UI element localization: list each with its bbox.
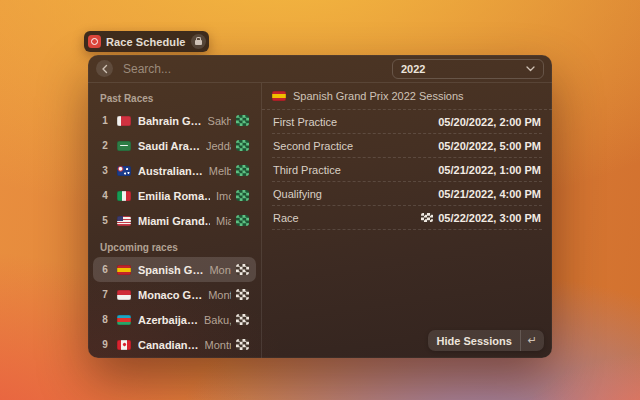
flag-monaco-icon <box>117 290 131 300</box>
search-bar: 2022 <box>88 55 552 82</box>
race-list-item-spain-selected[interactable]: 6 Spanish G… Montmeló,… <box>93 257 256 282</box>
section-header-upcoming: Upcoming races <box>100 242 249 253</box>
race-list-item-canada[interactable]: 9 Canadian… Montreal, C… <box>93 332 256 357</box>
checkered-flag-icon <box>236 140 249 151</box>
flag-bahrain-icon <box>117 116 131 126</box>
race-number: 2 <box>100 140 110 151</box>
checkered-flag-icon <box>236 314 249 325</box>
race-title: Saudi Ara… <box>138 140 200 152</box>
race-title: Spanish G… <box>138 264 203 276</box>
chevron-down-icon <box>526 66 535 72</box>
race-number: 1 <box>100 115 110 126</box>
search-input[interactable] <box>121 61 384 77</box>
race-title: Australian… <box>138 165 203 177</box>
race-title: Azerbaija… <box>138 314 198 326</box>
session-row-third-practice[interactable]: Third Practice 05/21/2022, 1:00 PM <box>272 158 542 182</box>
hide-sessions-button[interactable]: Hide Sessions ↵ <box>428 330 544 351</box>
race-number: 8 <box>100 314 110 325</box>
race-location: Monte-Carl… <box>208 289 231 301</box>
race-title: Bahrain G… <box>138 115 202 127</box>
flag-canada-icon <box>117 340 131 350</box>
race-list-item-saudi[interactable]: 2 Saudi Ara… Jeddah, Sa… <box>93 133 256 158</box>
race-location: Sakhir, Bahr… <box>208 115 231 127</box>
flag-italy-icon <box>117 191 131 201</box>
race-number: 6 <box>100 264 110 275</box>
race-number: 5 <box>100 215 110 226</box>
session-name: Race <box>273 212 421 224</box>
year-dropdown[interactable]: 2022 <box>392 59 544 79</box>
year-dropdown-value: 2022 <box>401 63 526 75</box>
session-datetime: 05/21/2022, 1:00 PM <box>438 164 541 176</box>
flag-usa-icon <box>117 216 131 226</box>
session-name: Qualifying <box>273 188 438 200</box>
sessions-panel: Spanish Grand Prix 2022 Sessions First P… <box>262 83 552 358</box>
race-list-item-azerbaijan[interactable]: 8 Azerbaija… Baku, Azerb… <box>93 307 256 332</box>
flag-spain-icon <box>272 91 286 101</box>
race-location: Melbourne,… <box>209 165 231 177</box>
section-header-past: Past Races <box>100 93 249 104</box>
race-number: 9 <box>100 339 110 350</box>
window-tag[interactable]: Race Schedule <box>84 31 209 52</box>
back-button[interactable] <box>96 60 113 77</box>
flag-saudi-arabia-icon <box>117 141 131 151</box>
race-list: Past Races 1 Bahrain G… Sakhir, Bahr… 2 … <box>88 83 261 358</box>
return-key-icon: ↵ <box>520 330 544 351</box>
race-number: 4 <box>100 190 110 201</box>
session-row-second-practice[interactable]: Second Practice 05/20/2022, 5:00 PM <box>272 134 542 158</box>
race-list-item-emilia-romagna[interactable]: 4 Emilia Roma… Imola, Italy <box>93 183 256 208</box>
flag-australia-icon <box>117 166 131 176</box>
session-datetime: 05/20/2022, 2:00 PM <box>438 116 541 128</box>
session-datetime: 05/22/2022, 3:00 PM <box>421 212 541 224</box>
race-location: Montreal, C… <box>205 339 231 351</box>
flag-spain-icon <box>117 265 131 275</box>
session-row-qualifying[interactable]: Qualifying 05/21/2022, 4:00 PM <box>272 182 542 206</box>
checkered-flag-icon <box>236 165 249 176</box>
checkered-flag-icon <box>236 264 249 275</box>
session-row-race[interactable]: Race 05/22/2022, 3:00 PM <box>272 206 542 230</box>
extension-icon <box>88 35 101 48</box>
lock-icon[interactable] <box>191 34 206 49</box>
sessions-header: Spanish Grand Prix 2022 Sessions <box>262 83 552 110</box>
flag-azerbaijan-icon <box>117 315 131 325</box>
race-list-item-bahrain[interactable]: 1 Bahrain G… Sakhir, Bahr… <box>93 108 256 133</box>
race-location: Baku, Azerb… <box>204 314 231 326</box>
race-title: Miami Grand… <box>138 215 210 227</box>
race-number: 3 <box>100 165 110 176</box>
race-list-item-australia[interactable]: 3 Australian… Melbourne,… <box>93 158 256 183</box>
desktop-wallpaper: Race Schedule 2022 Past Races <box>0 0 640 400</box>
app-window: 2022 Past Races 1 Bahrain G… Sakhir, Bah… <box>88 55 552 358</box>
hide-sessions-label: Hide Sessions <box>437 335 512 347</box>
race-number: 7 <box>100 289 110 300</box>
race-location: Jeddah, Sa… <box>206 140 231 152</box>
session-name: Third Practice <box>273 164 438 176</box>
session-name: Second Practice <box>273 140 438 152</box>
race-list-item-miami[interactable]: 5 Miami Grand… Miami, USA <box>93 208 256 233</box>
race-location: Montmeló,… <box>209 264 231 276</box>
race-title: Monaco G… <box>138 289 202 301</box>
checkered-flag-icon <box>236 190 249 201</box>
session-row-first-practice[interactable]: First Practice 05/20/2022, 2:00 PM <box>272 110 542 134</box>
session-name: First Practice <box>273 116 438 128</box>
race-title: Canadian… <box>138 339 199 351</box>
checkered-flag-icon <box>236 339 249 350</box>
race-title: Emilia Roma… <box>138 190 210 202</box>
checkered-flag-icon <box>236 115 249 126</box>
race-list-item-monaco[interactable]: 7 Monaco G… Monte-Carl… <box>93 282 256 307</box>
race-location: Miami, USA <box>216 215 231 227</box>
sessions-title: Spanish Grand Prix 2022 Sessions <box>293 90 464 102</box>
race-location: Imola, Italy <box>216 190 231 202</box>
window-tag-title: Race Schedule <box>106 36 186 48</box>
session-datetime: 05/20/2022, 5:00 PM <box>438 140 541 152</box>
checkered-flag-icon <box>236 215 249 226</box>
session-datetime: 05/21/2022, 4:00 PM <box>438 188 541 200</box>
checkered-flag-icon <box>421 213 433 222</box>
window-content: Past Races 1 Bahrain G… Sakhir, Bahr… 2 … <box>88 83 552 358</box>
checkered-flag-icon <box>236 289 249 300</box>
chevron-left-icon <box>100 64 110 74</box>
